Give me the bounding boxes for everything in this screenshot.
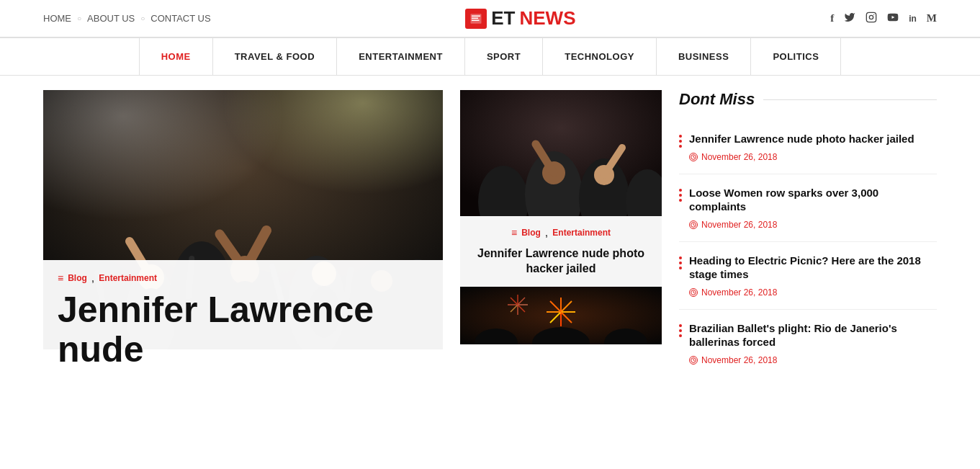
sidebar-content-2: Heading to Electric Picnic? Here are the… — [689, 254, 937, 298]
tag-blog[interactable]: Blog — [68, 273, 87, 283]
article-image-1 — [460, 90, 662, 216]
facebook-icon[interactable]: f — [830, 12, 834, 24]
main-nav: HOME TRAVEL & FOOD ENTERTAINMENT SPORT T… — [0, 37, 980, 76]
sidebar-item-title-1: Loose Women row sparks over 3,000 compla… — [689, 186, 937, 214]
svg-rect-1 — [472, 15, 480, 17]
svg-line-65 — [693, 225, 695, 225]
article-svg-1 — [460, 90, 662, 216]
featured-tags: ≡ Blog , Entertainment — [58, 272, 428, 285]
youtube-icon[interactable] — [887, 12, 899, 25]
linkedin-icon[interactable]: in — [909, 14, 917, 24]
dot-2b — [679, 262, 682, 264]
sidebar: Dont Miss Jennifer Lawrence nude photo h… — [679, 90, 937, 377]
svg-line-68 — [693, 292, 695, 293]
sidebar-item-title-0: Jennifer Lawrence nude photo hacker jail… — [689, 132, 914, 146]
sidebar-item-title-3: Brazilian Ballet's plight: Rio de Janeri… — [689, 321, 937, 349]
article-tag-blog-1[interactable]: Blog — [521, 228, 541, 238]
article-svg-2 — [460, 287, 662, 344]
sidebar-date-text-3: November 26, 2018 — [701, 355, 777, 365]
dot-1c — [679, 199, 682, 202]
nav-business[interactable]: BUSINESS — [657, 38, 751, 75]
article-card-body-1: ≡ Blog , Entertainment Jennifer Lawrence… — [460, 216, 662, 287]
middle-column: ≡ Blog , Entertainment Jennifer Lawrence… — [460, 90, 662, 377]
dot-1a — [679, 189, 682, 192]
article-image-2 — [460, 287, 662, 344]
nav-entertainment[interactable]: ENTERTAINMENT — [337, 38, 465, 75]
nav-politics[interactable]: POLITICS — [751, 38, 841, 75]
nav-home[interactable]: HOME — [43, 13, 71, 24]
svg-rect-3 — [472, 19, 480, 21]
sidebar-item-date-0: November 26, 2018 — [689, 152, 914, 162]
sidebar-content-0: Jennifer Lawrence nude photo hacker jail… — [689, 132, 914, 162]
sep-1: ○ — [77, 14, 81, 22]
social-icons: f in M — [830, 12, 937, 25]
site-logo[interactable]: ET NEWS — [465, 7, 575, 30]
sidebar-date-text-0: November 26, 2018 — [701, 152, 777, 162]
article-tags-1: ≡ Blog , Entertainment — [472, 226, 650, 239]
clock-icon-3 — [689, 356, 698, 365]
sidebar-item-3: Brazilian Ballet's plight: Rio de Janeri… — [679, 310, 937, 377]
sidebar-title: Dont Miss — [679, 90, 937, 109]
instagram-icon[interactable] — [866, 12, 877, 25]
sidebar-item-date-2: November 26, 2018 — [689, 287, 937, 298]
svg-rect-4 — [866, 12, 876, 22]
sidebar-dot-0 — [679, 132, 682, 162]
twitter-icon[interactable] — [844, 12, 855, 25]
nav-contact[interactable]: CONTACT US — [150, 13, 210, 24]
article-card-1: ≡ Blog , Entertainment Jennifer Lawrence… — [460, 90, 662, 287]
sidebar-dot-1 — [679, 186, 682, 230]
top-nav: HOME ○ ABOUT US ○ CONTACT US — [43, 13, 211, 24]
dot-3b — [679, 329, 682, 332]
featured-title: Jennifer Lawrence nude — [58, 290, 428, 370]
sep-2: ○ — [140, 14, 145, 22]
nav-home-main[interactable]: HOME — [139, 38, 213, 75]
dot-2a — [679, 256, 682, 259]
svg-line-62 — [693, 157, 695, 158]
dot-0b — [679, 140, 682, 143]
sidebar-item-date-1: November 26, 2018 — [689, 220, 937, 230]
sidebar-date-text-2: November 26, 2018 — [701, 287, 777, 298]
nav-about[interactable]: ABOUT US — [87, 13, 135, 24]
sidebar-content-1: Loose Women row sparks over 3,000 compla… — [689, 186, 937, 230]
sidebar-item-title-2: Heading to Electric Picnic? Here are the… — [689, 254, 937, 282]
logo-news: NEWS — [520, 7, 576, 30]
sidebar-item-date-3: November 26, 2018 — [689, 355, 937, 365]
svg-rect-2 — [472, 17, 478, 19]
sidebar-item-2: Heading to Electric Picnic? Here are the… — [679, 242, 937, 310]
svg-point-6 — [873, 14, 874, 15]
article-card-title-1: Jennifer Lawrence nude photo hacker jail… — [472, 246, 650, 277]
svg-line-71 — [693, 360, 695, 361]
dot-3a — [679, 324, 682, 327]
sidebar-content-3: Brazilian Ballet's plight: Rio de Janeri… — [689, 321, 937, 365]
sidebar-dot-2 — [679, 254, 682, 298]
dot-0a — [679, 135, 682, 138]
logo-et: ET — [491, 7, 515, 30]
tag-sep: , — [91, 272, 94, 285]
sidebar-item-0: Jennifer Lawrence nude photo hacker jail… — [679, 120, 937, 174]
logo-svg — [469, 12, 482, 25]
dot-1b — [679, 194, 682, 197]
sidebar-date-text-1: November 26, 2018 — [701, 220, 777, 230]
article-tag-sep-1: , — [545, 226, 548, 239]
nav-technology[interactable]: TECHNOLOGY — [543, 38, 657, 75]
tag-entertainment[interactable]: Entertainment — [99, 273, 157, 283]
nav-sport[interactable]: SPORT — [465, 38, 543, 75]
featured-caption: ≡ Blog , Entertainment Jennifer Lawrence… — [43, 260, 443, 377]
sidebar-item-1: Loose Women row sparks over 3,000 compla… — [679, 174, 937, 242]
nav-travel[interactable]: TRAVEL & FOOD — [213, 38, 337, 75]
article-tag-icon-1: ≡ — [511, 227, 517, 238]
svg-point-5 — [869, 15, 873, 19]
sidebar-items: Jennifer Lawrence nude photo hacker jail… — [679, 120, 937, 377]
clock-icon-1 — [689, 220, 698, 229]
clock-icon-0 — [689, 153, 698, 161]
featured-article: ≡ Blog , Entertainment Jennifer Lawrence… — [43, 90, 443, 377]
tag-icon: ≡ — [58, 272, 63, 284]
medium-icon[interactable]: M — [927, 12, 937, 24]
dot-3c — [679, 334, 682, 337]
sidebar-dot-3 — [679, 321, 682, 365]
article-card-2 — [460, 287, 662, 344]
dot-2c — [679, 267, 682, 269]
article-tag-ent-1[interactable]: Entertainment — [552, 228, 611, 238]
main-content: ≡ Blog , Entertainment Jennifer Lawrence… — [0, 76, 980, 391]
sidebar-title-line — [763, 99, 937, 100]
